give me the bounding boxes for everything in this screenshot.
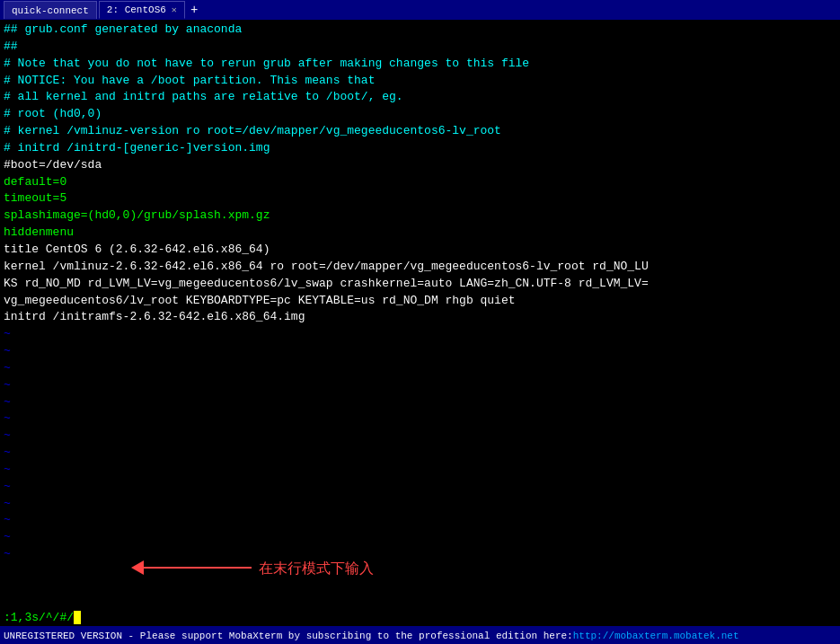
line-4: # NOTICE: You have a /boot partition. Th… [4,74,375,87]
tab-quick-connect-label: quick-connect [12,5,89,16]
tilde-9: ~ [4,463,11,476]
terminal-content: ## grub.conf generated by anaconda ## # … [4,22,836,563]
line-17: vg_megeeducentos6/lv_root KEYBOARDTYPE=p… [4,294,516,307]
tilde-14: ~ [4,547,11,560]
line-12: splashimage=(hd0,0)/grub/splash.xpm.gz [4,208,270,222]
tilde-1: ~ [4,327,11,340]
line-18: initrd /initramfs-2.6.32-642.el6.x86_64.… [4,310,305,323]
line-16: KS rd_NO_MD rd_LVM_LV=vg_megeeducentos6/… [4,277,649,290]
tilde-4: ~ [4,378,11,392]
tilde-12: ~ [4,513,11,526]
line-13: hiddenmenu [4,225,74,239]
tilde-2: ~ [4,344,11,357]
line-3: # Note that you do not have to rerun gru… [4,57,529,70]
line-8: # initrd /initrd-[generic-]version.img [4,141,270,154]
tilde-10: ~ [4,480,11,493]
tilde-13: ~ [4,530,11,543]
tilde-3: ~ [4,361,11,375]
status-link[interactable]: http://mobaxterm.mobatek.net [573,631,739,641]
tab-centos6-label: 2: CentOS6 [107,4,166,15]
tilde-6: ~ [4,411,11,425]
line-2: ## [4,40,18,53]
tab-centos6[interactable]: 2: CentOS6 ✕ [99,1,185,19]
tab-new-button[interactable]: + [187,3,201,17]
tab-bar: quick-connect 2: CentOS6 ✕ + [0,0,840,20]
line-11: timeout=5 [4,191,66,205]
tilde-5: ~ [4,395,11,409]
command-line[interactable]: :1,3s/^/#/ [0,608,840,626]
terminal-area[interactable]: ## grub.conf generated by anaconda ## # … [0,20,840,616]
line-5: # all kernel and initrd paths are relati… [4,90,403,103]
line-9: #boot=/dev/sda [4,158,102,172]
cmd-text: :1,3s/^/#/ [4,611,74,624]
tilde-11: ~ [4,497,11,510]
line-7: # kernel /vmlinuz-version ro root=/dev/m… [4,124,501,137]
line-6: # root (hd0,0) [4,107,102,120]
arrow-line [144,567,252,569]
status-unregistered: UNREGISTERED VERSION - Please support Mo… [4,631,573,641]
tilde-8: ~ [4,446,11,459]
line-1: ## grub.conf generated by anaconda [4,22,242,36]
line-14: title CentOS 6 (2.6.32-642.el6.x86_64) [4,243,270,256]
status-bar: UNREGISTERED VERSION - Please support Mo… [0,628,840,644]
line-10: default=0 [4,175,66,189]
tab-close-icon[interactable]: ✕ [172,4,177,15]
tilde-7: ~ [4,428,11,442]
cursor [74,611,81,624]
line-15: kernel /vmlinuz-2.6.32-642.el6.x86_64 ro… [4,260,649,273]
tab-quick-connect[interactable]: quick-connect [4,1,97,19]
